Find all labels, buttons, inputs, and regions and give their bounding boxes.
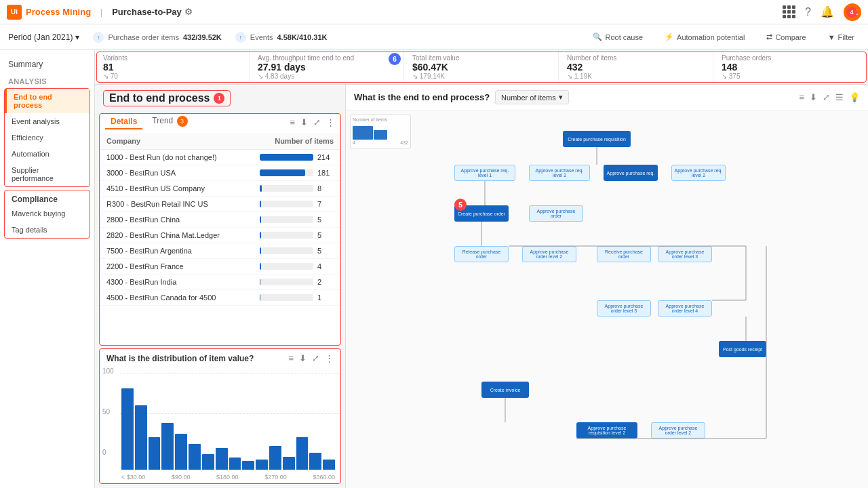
dist-bars (121, 388, 335, 470)
sidebar-analysis-title: Analysis (0, 73, 94, 87)
proc-node-invoice: Create invoice (481, 382, 529, 398)
dist-download-icon[interactable]: ⬇ (299, 353, 307, 363)
y-label-0: 0 (102, 449, 106, 456)
annotation-5: 5 (454, 199, 467, 211)
process-name: Purchase-to-Pay ⚙ (112, 7, 193, 17)
table-row: 3000 - BestRun USA 181 (100, 165, 340, 181)
stat-variants: Variants 81 ↘ 70 (95, 50, 250, 84)
proc-node-2a: Approve purchase req. level 1 (454, 165, 515, 181)
stat-badge-2: ↑ (235, 32, 246, 43)
dist-expand-icon[interactable]: ⤢ (312, 353, 319, 363)
sidebar-item-tag[interactable]: Tag details (5, 222, 90, 238)
table-row: 2800 - BestRun China 5 (100, 212, 340, 228)
page-title: End to end process (109, 92, 210, 104)
table-row: R300 - BestRun Retail INC US 7 (100, 197, 340, 212)
stat-purchase-orders-box: Purchase orders 148 ↘ 375 (713, 50, 868, 84)
company-table: Company Number of items 1000 - Best Run … (100, 133, 340, 306)
page-title-row: End to end process 1 (95, 85, 345, 109)
badge-6: 6 (389, 53, 401, 65)
proc-node-goods: Post goods receipt (719, 341, 766, 357)
proc-node-approve-level2: Approve purchase requisition level 2 (576, 422, 637, 439)
process-filter-select[interactable]: Number of items ▾ (495, 90, 569, 104)
proc-node-3b: Approve purchase order (529, 205, 583, 222)
table-row: 4510 - BestRun US Company 8 (100, 181, 340, 197)
stat-badge-1: ↑ (93, 32, 104, 43)
proc-list-icon[interactable]: ☰ (835, 92, 844, 102)
period-bar-right: 🔍 Root cause ⚡ Automation potential ⇄ Co… (587, 30, 860, 44)
dist-bar (309, 453, 321, 470)
proc-node-5b: Approve purchase order level 4 (658, 300, 712, 317)
sidebar-item-end-to-end[interactable]: End to end process (5, 89, 90, 113)
panel-toolbar: Details Trend 3 ≡ ⬇ ⤢ ⋮ (100, 114, 340, 133)
more-icon[interactable]: ⋮ (326, 117, 335, 127)
proc-node-1: Create purchase requisition (563, 131, 631, 147)
root-cause-btn[interactable]: 🔍 Root cause (587, 30, 648, 44)
dist-chart: 100 50 0 < $30.00 $90.00 $180.00 (100, 365, 340, 483)
dist-bar (269, 446, 281, 470)
sidebar-item-maverick[interactable]: Maverick buying (5, 205, 90, 222)
proc-download-icon[interactable]: ⬇ (810, 92, 817, 102)
dist-filter-icon[interactable]: ≡ (288, 353, 294, 363)
grid-icon[interactable] (783, 5, 795, 18)
table-panel: Details Trend 3 ≡ ⬇ ⤢ ⋮ (99, 113, 341, 346)
proc-node-5a: Approve purchase order level 3 (597, 300, 651, 317)
dist-more-icon[interactable]: ⋮ (325, 353, 334, 363)
process-canvas[interactable]: Number of items 4432 5 (346, 110, 868, 488)
stat-throughput: 6 Avg. throughput time end to end 27.91 … (250, 50, 404, 84)
main-layout: Summary Analysis End to end process Even… (0, 50, 868, 488)
minimap: Number of items 4432 (350, 115, 411, 148)
sidebar-item-event-analysis[interactable]: Event analysis (5, 113, 90, 129)
stat-item-value: Total item value $60.47K ↘ 179.14K (404, 50, 559, 84)
sidebar-compliance-label: Compliance (5, 190, 90, 205)
proc-expand-icon[interactable]: ⤢ (823, 92, 830, 102)
stat-purchase-orders: ↑ Purchase order items 432/39.52K (93, 32, 221, 43)
proc-node-4c: Receive purchase order (597, 246, 651, 262)
col-company[interactable]: Company (100, 133, 253, 150)
table-row: 7500 - BestRun Argentina 5 (100, 243, 340, 259)
proc-info-icon[interactable]: 💡 (849, 92, 860, 102)
sidebar-item-summary[interactable]: Summary (0, 56, 94, 73)
dist-bar (121, 388, 134, 470)
compare-btn[interactable]: ⇄ Compare (761, 30, 811, 44)
dist-bar (202, 454, 214, 470)
period-select[interactable]: Period (Jan 2021) ▾ (8, 33, 79, 42)
automation-potential-btn[interactable]: ⚡ Automation potential (659, 30, 750, 44)
sidebar-item-efficiency[interactable]: Efficiency (5, 129, 90, 146)
process-panel-header: What is the end to end process? Number o… (346, 85, 868, 110)
proc-filter-icon[interactable]: ≡ (799, 92, 804, 102)
proc-node-4b: Approve purchase order level 2 (522, 246, 576, 262)
dist-bar (256, 460, 268, 470)
help-icon[interactable]: ? (805, 6, 811, 18)
col-number-items[interactable]: Number of items (253, 133, 340, 150)
settings-icon[interactable]: ⚙ (184, 7, 193, 17)
sidebar-item-automation[interactable]: Automation (5, 146, 90, 162)
download-icon[interactable]: ⬇ (300, 117, 308, 127)
right-panel: What is the end to end process? Number o… (346, 85, 868, 488)
dist-bar (323, 460, 335, 470)
dist-bar (175, 434, 187, 470)
dist-title: What is the distribution of item value? (106, 354, 254, 363)
panels-row: End to end process 1 Details Trend 3 (95, 85, 868, 488)
filter-icon[interactable]: ≡ (290, 117, 295, 127)
tab-details[interactable]: Details (105, 115, 142, 129)
dist-header: What is the distribution of item value? … (100, 349, 340, 365)
process-panel-title: What is the end to end process? (354, 92, 490, 102)
proc-node-4a: Release purchase order (454, 246, 509, 262)
table-row: 4300 - BestRun India 2 (100, 274, 340, 290)
sidebar-item-supplier[interactable]: Supplier performance (5, 162, 90, 186)
process-panel-icons: ≡ ⬇ ⤢ ☰ 💡 (799, 92, 860, 102)
proc-canvas-wrapper: Number of items 4432 5 (346, 110, 868, 488)
bell-icon[interactable]: 🔔 (821, 5, 834, 18)
proc-node-approve-level2b: Approve purchase order level 2 (651, 422, 705, 439)
logo: Ui Process Mining (7, 5, 91, 20)
tab-trend[interactable]: Trend 3 (146, 114, 193, 130)
distribution-panel: What is the distribution of item value? … (99, 348, 341, 484)
panel-icons: ≡ ⬇ ⤢ ⋮ (290, 117, 335, 127)
filter-chevron: ▾ (559, 93, 563, 102)
table-scroll[interactable]: Company Number of items 1000 - Best Run … (100, 133, 340, 306)
dist-bar (283, 457, 295, 470)
title-badge: 1 (214, 93, 224, 104)
filter-btn[interactable]: ▼ Filter (823, 30, 860, 44)
expand-icon[interactable]: ⤢ (313, 117, 321, 127)
proc-node-2c: Approve purchase req. (604, 165, 658, 181)
